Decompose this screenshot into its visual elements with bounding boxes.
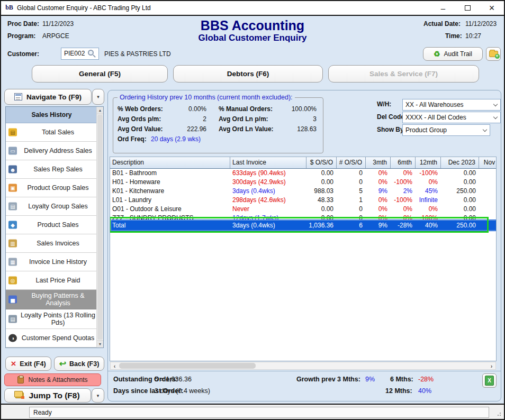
close-button[interactable]: × [480,1,504,15]
scroll-up-icon[interactable]: ▲ [97,107,103,114]
tab-sales-service: Sales & Service (F7) [328,65,479,83]
table-cell: 45% [416,187,441,196]
avg-ord-ln-label: Avg Ord Ln p/m: [219,115,268,123]
column-header[interactable]: 6mth [391,157,416,168]
table-cell: 0.00 [306,169,337,178]
sidebar-item-label: Loyalty Points (13 Rolling Pds) [20,312,96,326]
days-since-order-value: 3 days (0.4 weeks) [155,387,210,395]
column-header[interactable]: # O/S/O [337,157,366,168]
sidebar-item-total-sales[interactable]: ▤Total Sales [6,123,97,142]
total-cell: 40% [416,220,441,231]
back-button[interactable]: ↩ Back (F3) [54,357,104,371]
table-h-scrollbar[interactable]: ‹ › [110,362,496,370]
sidebar-item-label: Sales Invoices [37,240,79,247]
sidebar-item-product-sales[interactable]: ◆Product Sales [6,216,97,234]
table-cell: 250.00 [441,187,479,196]
table-total-row[interactable]: Total3days (0.4wks)1,036.3669%-28%40%250… [110,220,497,231]
scroll-left-icon[interactable]: ‹ [111,362,119,369]
resize-grip-icon[interactable] [496,411,501,416]
sidebar-item-invoice-line-history[interactable]: ▦Invoice Line History [6,253,97,271]
avg-ord-value-label: Avg Ord Value: [118,125,163,133]
notes-attachments-button[interactable]: Notes & Attachments [4,373,101,386]
navigate-to-button[interactable]: Navigate To (F9) [4,89,92,105]
avg-ord-ln-value-value: 128.63 [271,125,317,133]
table-row[interactable]: K01 - Kitchenware3days (0.4wks)988.0359%… [110,187,497,196]
sidebar-item-buying-patterns[interactable]: ▅Buying Patterns & Analysis [6,290,97,309]
screen-title: Global Customer Enquiry [0,33,505,43]
jump-to-button[interactable]: Jump To (F8) [4,388,91,403]
total-cell: 9% [366,220,391,231]
audit-trail-label: Audit Trail [444,50,472,58]
sidebar-item-loyalty-points[interactable]: ▤Loyalty Points (13 Rolling Pds) [6,309,97,329]
sidebar-item-sales-rep[interactable]: ☻Sales Rep Sales [6,160,97,179]
exit-button[interactable]: × Exit (F4) [5,357,51,371]
table-row[interactable]: H01 - Homeware300days (42.9wks)0.0000%-1… [110,178,497,187]
sales-invoices-icon: ▥ [8,240,17,248]
table-body: B01 - Bathroom633days (90.4wks)0.0000%0%… [110,169,496,223]
column-header[interactable]: $ O/S/O [306,157,337,168]
sidebar-item-delivery-truck[interactable]: ▭Delivery Address Sales [6,142,97,160]
export-excel-button[interactable]: X [482,373,497,388]
table-cell: 0% [391,169,416,178]
column-header[interactable]: Description [110,157,230,168]
tab-debtors[interactable]: Debtors (F6) [173,65,323,83]
table-cell: -100% [391,196,416,205]
del-code-select[interactable]: XXXX - All Del Codes [402,112,501,123]
search-icon[interactable] [88,50,94,56]
last-price-paid-icon: ◎ [8,277,17,285]
table-cell: 300days (42.9wks) [230,178,306,187]
sidebar-item-loyalty-group[interactable]: ▤Loyalty Group Sales [6,197,97,216]
navigate-dropdown-button[interactable]: ▾ [92,89,104,105]
sidebar-item-label: Sales Rep Sales [33,166,82,173]
h-scroll-thumb[interactable] [119,363,256,369]
sidebar-item-sales-invoices[interactable]: ▥Sales Invoices [6,234,97,253]
column-header[interactable]: Last Invoice [230,157,306,168]
data-table: DescriptionLast Invoice$ O/S/O# O/S/O3mt… [110,157,497,361]
maximize-button[interactable] [455,1,480,15]
add-folder-button[interactable]: + [486,47,501,61]
column-header[interactable]: Nov 2023 [479,157,497,168]
column-header[interactable]: Dec 2023 [441,157,479,168]
sidebar-scroll-thumb[interactable] [97,115,103,340]
table-cell: Never [230,205,306,214]
sidebar-item-last-price-paid[interactable]: ◎Last Price Paid [6,271,97,290]
table-cell: L01 - Laundry [110,196,230,205]
sidebar-item-label: Customer Spend Quotas [22,334,95,342]
table-row[interactable]: O01 - Outdoor & LeisureNever0.0000%0%0%0… [110,205,497,214]
growth-6mths-label: 6 Mths: [390,376,413,383]
notes-label: Notes & Attachments [28,376,87,384]
table-cell: 0.00 [306,178,337,187]
sidebar-item-product-group[interactable]: ▣Product Group Sales [6,179,97,197]
table-cell [479,178,497,187]
growth-12mths-value: 40% [418,387,431,395]
status-bar: Ready [1,404,504,419]
table-row[interactable]: B01 - Bathroom633days (90.4wks)0.0000%0%… [110,169,497,178]
growth-3mths-label: Growth prev 3 Mths: [296,376,360,383]
tab-general[interactable]: General (F5) [32,65,168,83]
column-header[interactable]: 3mth [366,157,391,168]
sidebar-item-label: Product Group Sales [27,184,88,191]
column-header[interactable]: 12mth [416,157,441,168]
ord-freq-value: 20 days (2.9 wks) [151,135,201,143]
audit-trail-button[interactable]: ♻ Audit Trail [423,47,483,61]
table-cell: -100% [391,178,416,187]
sidebar-item-spend-quotas[interactable]: ◑Customer Spend Quotas [6,329,97,348]
table-cell: 988.03 [306,187,337,196]
scroll-right-icon[interactable]: › [488,362,495,369]
exit-label: Exit (F4) [20,360,46,368]
table-cell: -100% [416,169,441,178]
minimize-button[interactable]: – [431,1,455,15]
table-cell: K01 - Kitchenware [110,187,230,196]
scroll-down-icon[interactable]: ▼ [97,340,103,348]
jump-dropdown-button[interactable]: ▾ [92,388,104,403]
jump-to-label: Jump To (F8) [29,391,79,400]
warehouse-select[interactable]: XX - All Warehouses [402,99,501,111]
table-cell: 0% [391,205,416,214]
show-by-select[interactable]: Product Group [402,124,490,136]
exit-x-icon: × [11,360,16,368]
sidebar-item-label: Loyalty Group Sales [28,203,88,210]
table-cell: H01 - Homeware [110,178,230,187]
table-row[interactable]: L01 - Laundry298days (42.6wks)48.3310%-1… [110,196,497,205]
sidebar-scrollbar[interactable]: ▲ ▼ [96,107,103,348]
total-cell: 3days (0.4wks) [230,220,306,231]
